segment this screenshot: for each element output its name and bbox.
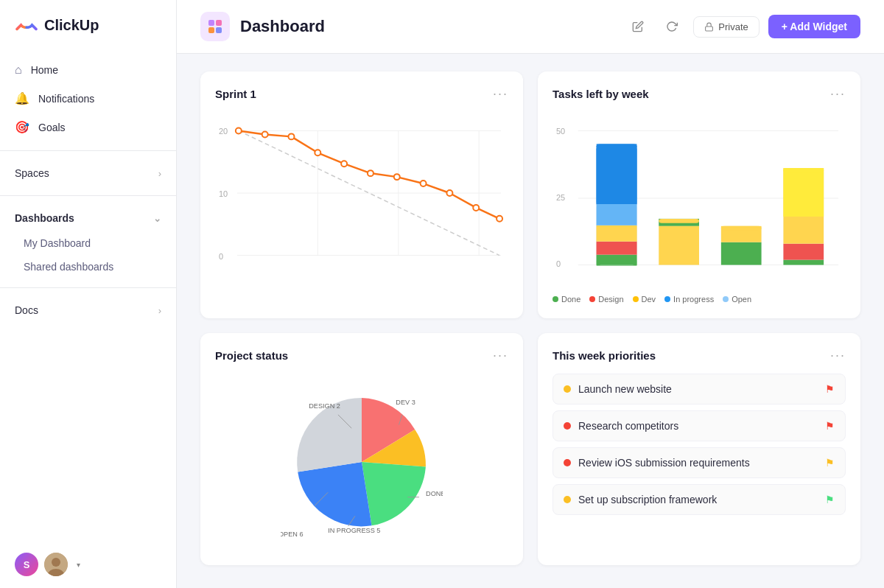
legend-open-dot xyxy=(723,296,729,302)
legend-inprogress-dot xyxy=(664,296,670,302)
refresh-icon xyxy=(666,21,678,32)
widget-priorities-menu[interactable]: ··· xyxy=(830,348,846,363)
svg-text:DESIGN 2: DESIGN 2 xyxy=(309,402,340,410)
priority-item-3: Set up subscription framework ⚑ xyxy=(552,484,846,515)
widget-tasks-title: Tasks left by week xyxy=(552,88,649,100)
svg-point-28 xyxy=(497,216,502,222)
svg-text:DONE 5: DONE 5 xyxy=(426,490,443,497)
priority-label-3: Set up subscription framework xyxy=(578,494,717,505)
widget-project-title: Project status xyxy=(215,349,288,362)
user-photo-icon xyxy=(44,553,68,576)
sidebar-docs-toggle[interactable]: Docs › xyxy=(0,297,176,323)
sidebar-divider-1 xyxy=(0,150,176,151)
priority-item-0: Launch new website ⚑ xyxy=(552,374,846,405)
edit-button[interactable] xyxy=(625,14,650,39)
priority-item-2: Review iOS submission requirements ⚑ xyxy=(552,447,846,478)
widget-priorities: This week priorities ··· Launch new webs… xyxy=(538,333,860,565)
legend-done-dot xyxy=(552,296,558,302)
sidebar-item-home-label: Home xyxy=(31,64,58,76)
dashboard-grid: Sprint 1 ··· 20 10 0 xyxy=(177,54,884,583)
flag-icon-0: ⚑ xyxy=(825,383,835,395)
header-right: Private + Add Widget xyxy=(625,14,860,39)
legend-inprogress-label: In progress xyxy=(673,295,714,304)
dashboard-grid-icon xyxy=(206,18,224,35)
legend-dev-dot xyxy=(633,296,639,302)
legend-design: Design xyxy=(589,295,623,304)
app-logo[interactable]: ClickUp xyxy=(0,0,176,50)
bar-chart: 50 25 0 xyxy=(552,112,846,289)
sidebar-spaces-toggle[interactable]: Spaces › xyxy=(0,160,176,186)
widget-sprint-title: Sprint 1 xyxy=(215,88,256,100)
avatar-initial[interactable]: S xyxy=(15,553,38,576)
bell-icon: 🔔 xyxy=(15,91,29,105)
priority-dot-1 xyxy=(564,422,571,430)
sidebar-dashboards-toggle[interactable]: Dashboards ⌄ xyxy=(0,205,176,231)
private-button[interactable]: Private xyxy=(693,16,759,38)
add-widget-button[interactable]: + Add Widget xyxy=(768,15,860,38)
pie-container: DEV 3 DESIGN 2 DONE 5 OPEN 6 IN PROGRESS… xyxy=(215,374,508,550)
sidebar-divider-2 xyxy=(0,195,176,196)
clickup-logo-icon xyxy=(15,13,38,37)
sidebar-item-notifications[interactable]: 🔔 Notifications xyxy=(0,84,176,113)
widget-sprint: Sprint 1 ··· 20 10 0 xyxy=(200,71,523,318)
pie-svg: DEV 3 DESIGN 2 DONE 5 OPEN 6 IN PROGRESS… xyxy=(281,381,443,543)
sidebar-item-goals[interactable]: 🎯 Goals xyxy=(0,113,176,141)
user-menu-chevron[interactable]: ▾ xyxy=(77,561,80,569)
svg-rect-49 xyxy=(597,204,637,225)
sidebar-item-my-dashboard[interactable]: My Dashboard xyxy=(0,231,176,255)
flag-icon-3: ⚑ xyxy=(825,494,835,505)
lock-icon xyxy=(704,22,714,32)
svg-rect-64 xyxy=(783,217,824,244)
svg-point-25 xyxy=(421,181,427,186)
sidebar-navigation: ⌂ Home 🔔 Notifications 🎯 Goals Spaces › … xyxy=(0,50,176,329)
header-left: Dashboard xyxy=(200,12,325,41)
priority-label-0: Launch new website xyxy=(578,383,672,395)
widget-priorities-header: This week priorities ··· xyxy=(552,348,846,363)
legend-done-label: Done xyxy=(561,295,580,304)
sidebar: ClickUp ⌂ Home 🔔 Notifications 🎯 Goals S… xyxy=(0,0,177,588)
priority-left-3: Set up subscription framework xyxy=(564,494,717,505)
svg-text:0: 0 xyxy=(556,259,561,268)
dashboards-label: Dashboards xyxy=(15,212,74,224)
svg-rect-55 xyxy=(659,226,699,265)
shared-dashboards-label: Shared dashboards xyxy=(24,261,113,273)
dashboard-icon-wrap xyxy=(200,12,230,41)
svg-rect-46 xyxy=(597,255,637,265)
add-widget-label: + Add Widget xyxy=(782,21,847,32)
private-label: Private xyxy=(718,21,748,32)
svg-point-21 xyxy=(315,150,320,155)
svg-point-1 xyxy=(52,558,60,567)
priority-dot-0 xyxy=(564,385,571,393)
svg-rect-6 xyxy=(216,27,222,33)
svg-text:50: 50 xyxy=(556,127,565,136)
avatar-photo[interactable] xyxy=(44,553,68,576)
refresh-button[interactable] xyxy=(659,14,684,39)
sprint-svg: 20 10 0 xyxy=(215,112,508,274)
svg-point-23 xyxy=(368,170,373,176)
priority-label-1: Research competitors xyxy=(578,420,678,432)
sidebar-user-section: S ▾ xyxy=(0,541,176,588)
page-title: Dashboard xyxy=(240,17,325,36)
pencil-icon xyxy=(632,21,644,32)
widget-project-menu[interactable]: ··· xyxy=(493,348,508,363)
flag-icon-1: ⚑ xyxy=(825,420,835,432)
widget-sprint-menu[interactable]: ··· xyxy=(493,86,508,102)
docs-label: Docs xyxy=(15,304,38,316)
main-header: Dashboard Private xyxy=(177,0,884,54)
svg-text:0: 0 xyxy=(219,252,223,261)
legend-design-label: Design xyxy=(598,295,623,304)
widget-priorities-title: This week priorities xyxy=(552,349,656,362)
legend-open-label: Open xyxy=(732,295,751,304)
legend-inprogress: In progress xyxy=(664,295,714,304)
svg-point-20 xyxy=(289,133,295,139)
sidebar-item-shared-dashboards[interactable]: Shared dashboards xyxy=(0,255,176,279)
widget-tasks-left: Tasks left by week ··· 50 25 0 xyxy=(538,71,860,318)
sidebar-item-home[interactable]: ⌂ Home xyxy=(0,56,176,84)
main-content: Dashboard Private xyxy=(177,0,884,588)
widget-tasks-menu[interactable]: ··· xyxy=(830,86,846,102)
svg-rect-3 xyxy=(208,20,214,26)
svg-rect-66 xyxy=(783,168,824,217)
svg-point-26 xyxy=(446,190,452,196)
sidebar-item-goals-label: Goals xyxy=(38,122,66,133)
svg-rect-63 xyxy=(783,244,824,260)
